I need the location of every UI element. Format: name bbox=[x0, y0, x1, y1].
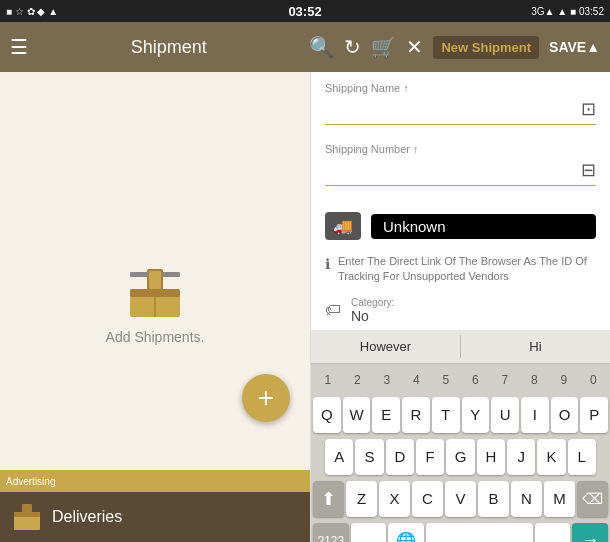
key-o[interactable]: O bbox=[551, 397, 579, 433]
category-row: 🏷 Category: No bbox=[311, 291, 610, 330]
bottom-row: ?123 , 🌐 . → bbox=[311, 520, 610, 542]
qr-icon[interactable]: ⊡ bbox=[581, 98, 596, 120]
key-j[interactable]: J bbox=[507, 439, 535, 475]
close-icon[interactable]: ✕ bbox=[406, 35, 423, 59]
add-shipment-area: Add Shipments. bbox=[106, 269, 205, 345]
key-c[interactable]: C bbox=[412, 481, 443, 517]
key-comma[interactable]: , bbox=[351, 523, 387, 542]
key-1[interactable]: 1 bbox=[313, 366, 343, 394]
shipping-name-section: Shipping Name ↑ ⊡ bbox=[311, 72, 610, 143]
key-a[interactable]: A bbox=[325, 439, 353, 475]
deliveries-label: Deliveries bbox=[52, 508, 122, 526]
shipping-name-field-row: ⊡ bbox=[325, 98, 596, 125]
suggestion-1[interactable]: However bbox=[311, 335, 461, 358]
search-icon[interactable]: 🔍 bbox=[309, 35, 334, 59]
save-button[interactable]: SAVE▲ bbox=[549, 39, 600, 55]
keyboard-area: However Hi 1 2 3 4 5 6 7 8 9 0 Q W E bbox=[311, 330, 610, 542]
refresh-icon[interactable]: ↻ bbox=[344, 35, 361, 59]
app-bar: ☰ Shipment 🔍 ↻ 🛒 ✕ New Shipment SAVE▲ bbox=[0, 22, 610, 72]
key-8[interactable]: 8 bbox=[520, 366, 550, 394]
signal-icons: 3G▲ ▲ ■ bbox=[531, 6, 576, 17]
tag-icon: 🏷 bbox=[325, 301, 341, 319]
suggestion-2[interactable]: Hi bbox=[461, 335, 610, 358]
enter-key[interactable]: → bbox=[572, 523, 608, 542]
status-left-icons: ■ ☆ ✿ ◆ ▲ bbox=[6, 6, 58, 17]
key-i[interactable]: I bbox=[521, 397, 549, 433]
clock-right: 03:52 bbox=[579, 6, 604, 17]
shipping-number-field-row: ⊟ bbox=[325, 159, 596, 186]
key-7[interactable]: 7 bbox=[490, 366, 520, 394]
deliveries-bar[interactable]: Deliveries bbox=[0, 492, 310, 542]
status-bar: ■ ☆ ✿ ◆ ▲ 03:52 3G▲ ▲ ■ 03:52 bbox=[0, 0, 610, 22]
right-panel: Shipping Name ↑ ⊡ Shipping Number ↑ ⊟ 🚚 … bbox=[310, 72, 610, 542]
key-globe[interactable]: 🌐 bbox=[388, 523, 424, 542]
barcode-icon[interactable]: ⊟ bbox=[581, 159, 596, 181]
key-m[interactable]: M bbox=[544, 481, 575, 517]
menu-icon[interactable]: ☰ bbox=[10, 35, 28, 59]
key-g[interactable]: G bbox=[446, 439, 474, 475]
advertising-bar: Advertising bbox=[0, 470, 310, 492]
key-q[interactable]: Q bbox=[313, 397, 341, 433]
key-v[interactable]: V bbox=[445, 481, 476, 517]
key-y[interactable]: Y bbox=[462, 397, 490, 433]
asdf-row: A S D F G H J K L bbox=[311, 436, 610, 478]
key-w[interactable]: W bbox=[343, 397, 371, 433]
svg-rect-3 bbox=[149, 271, 161, 289]
new-shipment-button[interactable]: New Shipment bbox=[433, 36, 539, 59]
clock: 03:52 bbox=[288, 4, 321, 19]
key-3[interactable]: 3 bbox=[372, 366, 402, 394]
qwerty-row: Q W E R T Y U I O P bbox=[311, 394, 610, 436]
category-content: Category: No bbox=[351, 297, 394, 324]
shipping-name-label: Shipping Name ↑ bbox=[325, 82, 596, 94]
fab-add-button[interactable]: + bbox=[242, 374, 290, 422]
shipping-number-section: Shipping Number ↑ ⊟ bbox=[311, 143, 610, 204]
tracking-type-row: 🚚 Unknown bbox=[311, 204, 610, 248]
spacebar[interactable] bbox=[426, 523, 533, 542]
app-title: Shipment bbox=[38, 37, 299, 58]
status-right-icons: 3G▲ ▲ ■ 03:52 bbox=[531, 6, 604, 17]
key-9[interactable]: 9 bbox=[549, 366, 579, 394]
key-f[interactable]: F bbox=[416, 439, 444, 475]
key-4[interactable]: 4 bbox=[402, 366, 432, 394]
suggestion-bar: However Hi bbox=[311, 330, 610, 364]
deliveries-box-icon bbox=[12, 502, 42, 532]
box-icon bbox=[125, 269, 185, 319]
zxcv-row: ⬆ Z X C V B N M ⌫ bbox=[311, 478, 610, 520]
key-k[interactable]: K bbox=[537, 439, 565, 475]
category-value: No bbox=[351, 308, 394, 324]
info-row: ℹ Enter The Direct Link Of The Browser A… bbox=[311, 248, 610, 291]
shipping-number-input[interactable] bbox=[325, 162, 575, 178]
key-2[interactable]: 2 bbox=[343, 366, 373, 394]
svg-rect-5 bbox=[130, 272, 148, 277]
shift-key[interactable]: ⬆ bbox=[313, 481, 344, 517]
key-h[interactable]: H bbox=[477, 439, 505, 475]
key-t[interactable]: T bbox=[432, 397, 460, 433]
key-5[interactable]: 5 bbox=[431, 366, 461, 394]
shipping-name-input[interactable] bbox=[325, 101, 575, 117]
key-d[interactable]: D bbox=[386, 439, 414, 475]
key-b[interactable]: B bbox=[478, 481, 509, 517]
numbers-row: 1 2 3 4 5 6 7 8 9 0 bbox=[311, 364, 610, 394]
info-text: Enter The Direct Link Of The Browser As … bbox=[338, 254, 596, 285]
key-6[interactable]: 6 bbox=[461, 366, 491, 394]
key-period[interactable]: . bbox=[535, 523, 571, 542]
key-l[interactable]: L bbox=[568, 439, 596, 475]
key-x[interactable]: X bbox=[379, 481, 410, 517]
key-z[interactable]: Z bbox=[346, 481, 377, 517]
cart-icon[interactable]: 🛒 bbox=[371, 35, 396, 59]
key-u[interactable]: U bbox=[491, 397, 519, 433]
key-0[interactable]: 0 bbox=[579, 366, 609, 394]
tracking-type-badge[interactable]: Unknown bbox=[371, 214, 596, 239]
key-s[interactable]: S bbox=[355, 439, 383, 475]
category-label: Category: bbox=[351, 297, 394, 308]
key-e[interactable]: E bbox=[372, 397, 400, 433]
notification-icons: ■ ☆ ✿ ◆ ▲ bbox=[6, 6, 58, 17]
status-time: 03:52 bbox=[288, 4, 321, 19]
delete-key[interactable]: ⌫ bbox=[577, 481, 608, 517]
key-p[interactable]: P bbox=[580, 397, 608, 433]
key-num-switch[interactable]: ?123 bbox=[313, 523, 349, 542]
main-content: Add Shipments. + Advertising Deliveries … bbox=[0, 72, 610, 542]
info-icon: ℹ bbox=[325, 256, 330, 272]
key-n[interactable]: N bbox=[511, 481, 542, 517]
key-r[interactable]: R bbox=[402, 397, 430, 433]
